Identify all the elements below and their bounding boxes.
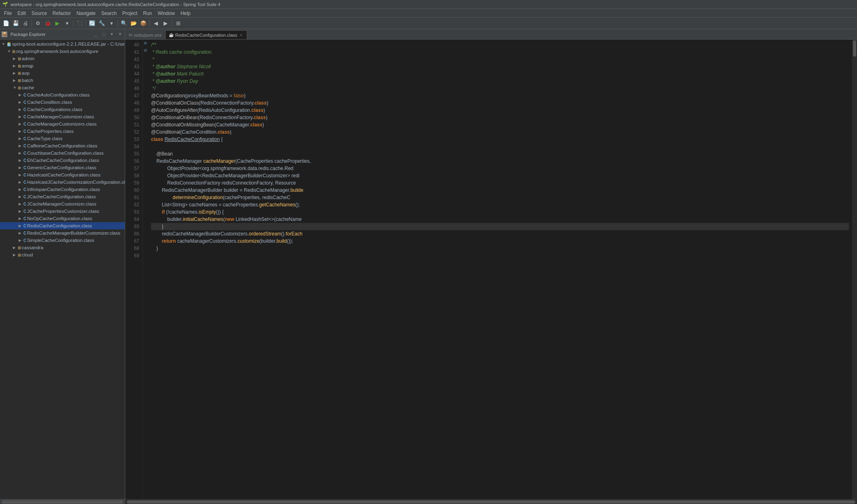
tree-item[interactable]: ▶CCacheConfigurations.class bbox=[0, 106, 125, 113]
tree-item[interactable]: ▶⊞cloud bbox=[0, 251, 125, 258]
back-button[interactable]: ◀ bbox=[151, 19, 160, 28]
scroll-thumb-editor bbox=[127, 500, 855, 504]
code-line: determineConfiguration(cacheProperties, … bbox=[151, 195, 290, 200]
tab-label: redis/pom.xml bbox=[134, 33, 161, 38]
new-button[interactable]: 📄 bbox=[2, 19, 11, 28]
editor-tab-rediscacheconfiguration-class[interactable]: ☕RedisCacheConfiguration.class✕ bbox=[165, 30, 247, 39]
tree-item[interactable]: ▶CCacheCondition.class bbox=[0, 99, 125, 106]
tree-item[interactable]: ▶CCacheManagerCustomizer.class bbox=[0, 113, 125, 120]
tree-item[interactable]: ▶⊞admin bbox=[0, 55, 125, 62]
line-number: 65 bbox=[127, 223, 139, 230]
open-type-button[interactable]: 📂 bbox=[129, 19, 138, 28]
code-line: } bbox=[151, 223, 849, 230]
minimize-panel-button[interactable]: _ bbox=[92, 31, 99, 38]
code-line: RedisCacheManager cacheManager(CacheProp… bbox=[151, 158, 311, 164]
window-title: workspace - org.springframework.boot.aut… bbox=[11, 2, 221, 7]
line-number: 67 bbox=[127, 237, 139, 245]
horizontal-scroll-left[interactable] bbox=[0, 499, 125, 504]
tree-item[interactable]: ▶CRedisCacheManagerBuilderCustomizer.cla… bbox=[0, 229, 125, 237]
tree-item[interactable]: ▶CJCacheCacheConfiguration.class bbox=[0, 193, 125, 200]
stop-button[interactable]: ⬛ bbox=[75, 19, 84, 28]
menu-item-edit[interactable]: Edit bbox=[15, 10, 28, 17]
tree-item[interactable]: ▶⊞amqp bbox=[0, 62, 125, 69]
line-number: 69 bbox=[127, 252, 139, 259]
horizontal-scroll-editor[interactable] bbox=[125, 499, 857, 504]
tree-item[interactable]: ▶CSimpleCacheConfiguration.class bbox=[0, 237, 125, 244]
run-dropdown[interactable]: ▾ bbox=[63, 19, 71, 28]
tree-item[interactable]: ▶CEhCacheCacheConfiguration.class bbox=[0, 157, 125, 164]
menu-item-help[interactable]: Help bbox=[178, 10, 193, 17]
tree-item[interactable]: ▶CJCachePropertiesCustomizer.class bbox=[0, 208, 125, 215]
line-number: 66 bbox=[127, 230, 139, 237]
code-line: @ConditionalOnMissingBean(CacheManager.c… bbox=[151, 122, 264, 128]
tree-item[interactable]: ▼🫙spring-boot-autoconfigure-2.2.1.RELEAS… bbox=[0, 40, 125, 48]
perspective-button[interactable]: ⊞ bbox=[174, 19, 183, 28]
menu-item-project[interactable]: Project bbox=[120, 10, 140, 17]
tree-item[interactable]: ▼⊞cache bbox=[0, 84, 125, 91]
toolbar-separator-2 bbox=[73, 20, 74, 27]
tree-item[interactable]: ▶CCaffeineCacheConfiguration.class bbox=[0, 142, 125, 149]
tree-item[interactable]: ▼⊞org.springframework.boot.autoconfigure bbox=[0, 48, 125, 55]
maximize-panel-button[interactable]: □ bbox=[101, 31, 107, 38]
code-line: @Bean bbox=[151, 151, 173, 157]
menu-item-navigate[interactable]: Navigate bbox=[74, 10, 98, 17]
tree-item[interactable]: ▶CHazelcastCacheConfiguration.class bbox=[0, 171, 125, 178]
line-number: 60 bbox=[127, 187, 139, 194]
fold-marker[interactable]: ⊖ bbox=[143, 47, 148, 54]
code-line: @Configuration(proxyBeanMethods = false) bbox=[151, 93, 246, 99]
title-bar: 🌱 workspace - org.springframework.boot.a… bbox=[0, 0, 857, 9]
line-number: 68 bbox=[127, 245, 139, 252]
line-number: 49 bbox=[127, 107, 139, 114]
build-dropdown[interactable]: ▾ bbox=[107, 19, 116, 28]
line-number: 62 bbox=[127, 201, 139, 208]
view-menu-button[interactable]: ▾ bbox=[109, 31, 115, 38]
menu-item-refactor[interactable]: Refactor bbox=[50, 10, 73, 17]
tree-item[interactable]: ▶⊞batch bbox=[0, 77, 125, 84]
line-numbers: 4041424344454647484950515253545556575859… bbox=[125, 40, 143, 499]
tab-close-button[interactable]: ✕ bbox=[239, 33, 244, 38]
fold-gutter: ⊖⊖ bbox=[143, 40, 148, 499]
tree-item[interactable]: ▶CGenericCacheConfiguration.class bbox=[0, 164, 125, 171]
menu-item-file[interactable]: File bbox=[2, 10, 14, 17]
menu-item-search[interactable]: Search bbox=[99, 10, 119, 17]
tree-item[interactable]: ▶CRedisCacheConfiguration.class bbox=[0, 222, 125, 229]
tab-label: RedisCacheConfiguration.class bbox=[175, 33, 237, 38]
editor-tab-redis-pom-xml[interactable]: mredis/pom.xml bbox=[125, 30, 165, 39]
properties-button[interactable]: ⚙ bbox=[34, 19, 42, 28]
fold-marker[interactable]: ⊖ bbox=[143, 40, 148, 47]
code-line: List<String> cacheNames = cachePropertie… bbox=[151, 202, 300, 208]
line-number: 59 bbox=[127, 179, 139, 187]
run-button[interactable]: ▶ bbox=[53, 19, 62, 28]
tree-item[interactable]: ▶⊞aop bbox=[0, 69, 125, 77]
search-button[interactable]: 🔍 bbox=[120, 19, 128, 28]
line-number: 52 bbox=[127, 128, 139, 136]
save-button[interactable]: 💾 bbox=[11, 19, 20, 28]
tree-item[interactable]: ▶CCouchbaseCacheConfiguration.class bbox=[0, 149, 125, 157]
tree-item[interactable]: ▶CCacheManagerCustomizers.class bbox=[0, 120, 125, 128]
tree-item[interactable]: ▶CHazelcastJCacheCustomizationConfigurat… bbox=[0, 178, 125, 186]
line-number: 40 bbox=[127, 41, 139, 48]
line-number: 53 bbox=[127, 136, 139, 143]
tree-item[interactable]: ▶CJCacheManagerCustomizer.class bbox=[0, 200, 125, 208]
forward-button[interactable]: ▶ bbox=[161, 19, 170, 28]
tree-item[interactable]: ▶CInfinispanCacheConfiguration.class bbox=[0, 186, 125, 193]
menu-item-source[interactable]: Source bbox=[29, 10, 49, 17]
open-resource-button[interactable]: 📦 bbox=[139, 19, 148, 28]
tree-item[interactable]: ▶CNoOpCacheConfiguration.class bbox=[0, 215, 125, 222]
tree-item[interactable]: ▶CCacheAutoConfiguration.class bbox=[0, 91, 125, 99]
refresh-button[interactable]: 🔄 bbox=[88, 19, 97, 28]
vertical-scrollbar[interactable] bbox=[852, 40, 857, 499]
package-tree[interactable]: ▼🫙spring-boot-autoconfigure-2.2.1.RELEAS… bbox=[0, 40, 125, 499]
tree-item[interactable]: ▶CCacheProperties.class bbox=[0, 128, 125, 135]
line-number: 51 bbox=[127, 121, 139, 128]
tree-item[interactable]: ▶⊞cassandra bbox=[0, 244, 125, 251]
line-number: 43 bbox=[127, 63, 139, 70]
menu-item-run[interactable]: Run bbox=[141, 10, 154, 17]
debug-button[interactable]: 🐞 bbox=[43, 19, 52, 28]
build-button[interactable]: 🔧 bbox=[97, 19, 106, 28]
close-panel-button[interactable]: ✕ bbox=[117, 31, 123, 38]
menu-item-window[interactable]: Window bbox=[155, 10, 177, 17]
code-editor[interactable]: /** * Redis cache configuration. * * @au… bbox=[148, 40, 852, 499]
print-button[interactable]: 🖨 bbox=[21, 19, 30, 28]
tree-item[interactable]: ▶CCacheType.class bbox=[0, 135, 125, 142]
